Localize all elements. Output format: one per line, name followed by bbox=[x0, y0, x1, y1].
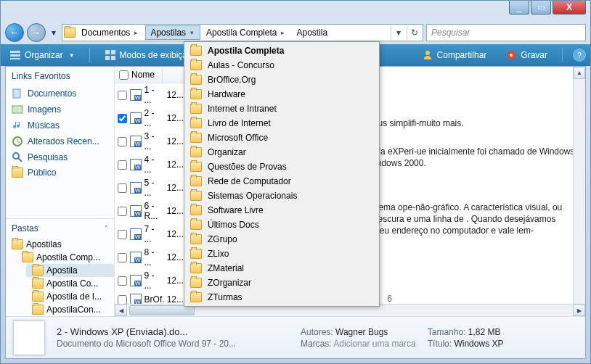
dropdown-item[interactable]: Questões de Provas bbox=[186, 160, 378, 174]
sidebar-item-imagens[interactable]: Imagens bbox=[6, 102, 114, 117]
folder-icon bbox=[32, 305, 44, 315]
file-row[interactable]: 4 - ...12... bbox=[115, 153, 187, 176]
address-dropdown-icon[interactable]: ▾ bbox=[391, 25, 405, 40]
dropdown-item[interactable]: Livro de Internet bbox=[186, 116, 378, 131]
file-date: 12... bbox=[167, 206, 184, 216]
tree-item[interactable]: Apostila de I... bbox=[26, 290, 114, 303]
chevron-down-icon[interactable]: ▾ bbox=[189, 29, 195, 36]
folder-icon bbox=[190, 75, 202, 85]
maximize-button[interactable]: ▭ bbox=[531, 1, 551, 15]
organize-button[interactable]: Organizar▼ bbox=[5, 47, 79, 63]
file-row[interactable]: 7 - ...12... bbox=[115, 223, 187, 246]
row-checkbox[interactable] bbox=[118, 276, 127, 286]
scroll-left-icon[interactable]: ◀ bbox=[115, 305, 127, 316]
folder-icon bbox=[190, 234, 202, 244]
file-name: BrOf... bbox=[144, 294, 164, 305]
folder-icon bbox=[190, 263, 202, 273]
row-checkbox[interactable] bbox=[118, 160, 127, 170]
folder-icon bbox=[190, 60, 202, 70]
word-doc-icon bbox=[130, 89, 142, 101]
tree-apostilas[interactable]: Apostilas bbox=[6, 238, 114, 251]
dropdown-item[interactable]: ZLixo bbox=[186, 247, 378, 261]
dropdown-item[interactable]: Rede de Computador bbox=[186, 174, 378, 189]
tree-item[interactable]: Apostila Co... bbox=[26, 277, 114, 290]
burn-button[interactable]: Gravar bbox=[501, 47, 552, 63]
row-checkbox[interactable] bbox=[118, 207, 127, 216]
help-button[interactable]: ? bbox=[573, 49, 586, 62]
scroll-right-icon[interactable]: ▶ bbox=[573, 305, 585, 316]
row-checkbox[interactable] bbox=[118, 183, 127, 193]
folder-icon bbox=[190, 278, 202, 288]
dropdown-item[interactable]: ZOrganizar bbox=[186, 276, 378, 290]
folders-header[interactable]: Pastas˄ bbox=[6, 218, 114, 238]
file-row[interactable]: 6 - R...12... bbox=[115, 199, 187, 223]
chevron-right-icon[interactable]: ▸ bbox=[133, 29, 139, 36]
svg-rect-3 bbox=[105, 50, 110, 54]
refresh-icon[interactable]: ↻ bbox=[407, 25, 421, 40]
file-row[interactable]: 9 - ...12... bbox=[115, 269, 187, 292]
chevron-right-icon[interactable]: ▸ bbox=[280, 29, 286, 36]
folder-icon bbox=[22, 252, 33, 262]
file-name: 8 - ... bbox=[144, 247, 164, 268]
svg-rect-0 bbox=[10, 51, 20, 53]
close-button[interactable]: X bbox=[553, 1, 586, 15]
sidebar-item-recent[interactable]: Alterados Recen... bbox=[6, 133, 114, 149]
nav-history-dropdown[interactable]: ▾ bbox=[49, 25, 59, 40]
scroll-thumb[interactable] bbox=[129, 305, 195, 315]
minimize-button[interactable]: _ bbox=[509, 1, 529, 15]
dropdown-item[interactable]: Internet e Intranet bbox=[186, 102, 378, 116]
dropdown-item[interactable]: BrOffice.Org bbox=[186, 73, 378, 87]
word-doc-icon bbox=[130, 228, 142, 240]
breadcrumb-apostila-completa[interactable]: Apostila Completa▸ bbox=[202, 26, 290, 39]
row-checkbox[interactable] bbox=[118, 295, 127, 305]
sidebar-item-pesquisas[interactable]: Pesquisas bbox=[6, 149, 114, 165]
dropdown-item[interactable]: ZMaterial bbox=[186, 261, 378, 276]
file-row[interactable]: 8 - ...12... bbox=[115, 246, 187, 269]
file-row[interactable]: 1 - ...12... bbox=[115, 83, 187, 107]
dropdown-item[interactable]: Sistemas Operacionais bbox=[186, 189, 378, 203]
row-checkbox[interactable] bbox=[118, 137, 127, 146]
tree-apostila[interactable]: Apostila bbox=[26, 264, 114, 277]
dropdown-item[interactable]: Apostila Completa bbox=[186, 44, 378, 58]
address-bar[interactable]: Documentos▸ Apostilas▾ Apostila Completa… bbox=[62, 24, 423, 41]
vertical-scrollbar[interactable]: ▲ ▼ bbox=[573, 67, 585, 316]
row-checkbox[interactable] bbox=[118, 114, 127, 123]
dropdown-item[interactable]: Microsoft Office bbox=[186, 131, 378, 145]
breadcrumb-apostilas[interactable]: Apostilas▾ bbox=[145, 25, 200, 40]
row-checkbox[interactable] bbox=[118, 253, 127, 262]
scroll-up-icon[interactable]: ▲ bbox=[574, 67, 585, 79]
forward-button[interactable]: → bbox=[27, 23, 46, 42]
sidebar-item-publico[interactable]: Público bbox=[6, 165, 114, 180]
dropdown-item[interactable]: Aulas - Concurso bbox=[186, 58, 378, 73]
word-doc-icon bbox=[130, 112, 142, 124]
dropdown-item[interactable]: Organizar bbox=[186, 145, 378, 160]
file-row[interactable]: 2 - ...12... bbox=[115, 107, 187, 130]
select-all-checkbox[interactable] bbox=[119, 70, 129, 80]
breadcrumb-documentos[interactable]: Documentos▸ bbox=[77, 26, 144, 39]
sidebar-item-documentos[interactable]: Documentos bbox=[6, 86, 114, 102]
row-checkbox[interactable] bbox=[118, 91, 127, 100]
chevron-up-icon: ˄ bbox=[105, 225, 108, 232]
svg-rect-2 bbox=[10, 58, 20, 59]
folder-icon bbox=[190, 176, 202, 186]
sidebar-item-musicas[interactable]: Músicas bbox=[6, 117, 114, 133]
file-list: Nome 1 - ...12...2 - ...12...3 - ...12..… bbox=[115, 67, 187, 316]
row-checkbox[interactable] bbox=[118, 230, 127, 239]
dropdown-item[interactable]: ZGrupo bbox=[186, 232, 378, 247]
word-doc-icon bbox=[130, 275, 142, 286]
tree-apostila-completa[interactable]: Apostila Comp... bbox=[16, 251, 114, 264]
col-name[interactable]: Nome bbox=[115, 67, 163, 83]
dropdown-item[interactable]: Software Livre bbox=[186, 203, 378, 218]
share-button[interactable]: Compartilhar bbox=[417, 47, 492, 63]
file-row[interactable]: 5 - ...12... bbox=[115, 176, 187, 199]
file-row[interactable]: 3 - ...12... bbox=[115, 130, 187, 153]
tree-item[interactable]: ApostilaCon... bbox=[26, 303, 114, 316]
file-date: 12... bbox=[167, 113, 184, 123]
dropdown-item[interactable]: Últimos Docs bbox=[186, 218, 378, 232]
breadcrumb-apostila[interactable]: Apostila bbox=[292, 26, 332, 39]
dropdown-item[interactable]: Hardware bbox=[186, 87, 378, 102]
back-button[interactable]: ← bbox=[5, 23, 24, 42]
dropdown-item[interactable]: ZTurmas bbox=[186, 290, 378, 305]
file-date: 12... bbox=[167, 136, 184, 146]
search-input[interactable]: Pesquisar bbox=[426, 24, 586, 41]
